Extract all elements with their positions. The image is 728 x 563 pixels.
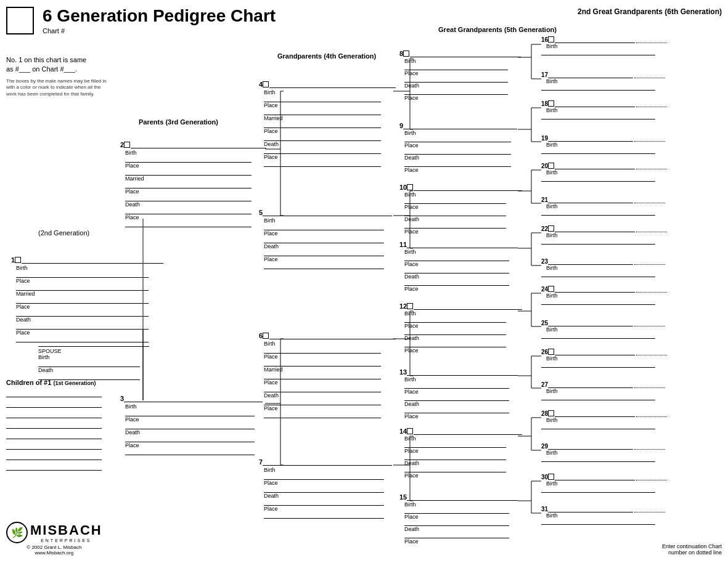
note-text: The boxes by the male names may be fille… (6, 78, 108, 97)
info-block: No. 1 on this chart is same as #___ on C… (6, 55, 108, 97)
person-27: 27 Birth (541, 381, 665, 400)
person-22: 22 Birth (541, 225, 667, 245)
person-2: 2 Birth Place Married Place Death Place (120, 140, 266, 227)
logo-text: MISBACH (30, 522, 102, 538)
person-3: 3 Birth Place Death Place (120, 394, 263, 455)
footer-note: Enter continuation Chart number on dotte… (662, 543, 722, 556)
person-9: 9 Birth Place Death Place (399, 121, 517, 173)
person-29: 29 Birth (541, 442, 665, 462)
logo-copyright: © 2002 Grant L. Misbach (6, 545, 102, 550)
person-10: 10 Birth Place Death Place (399, 183, 522, 235)
person-6: 6 Birth Place Married Place Death Place (259, 331, 396, 418)
logo-area: 🌿 MISBACH ENTERPRISES © 2002 Grant L. Mi… (6, 522, 102, 556)
person-21: 21 Birth (541, 196, 665, 216)
person-8: 8 Birth Place Death Place (399, 49, 521, 101)
person-19: 19 Birth (541, 134, 665, 154)
person-18: 18 Birth (541, 100, 667, 119)
person-31: 31 Birth (541, 505, 665, 525)
gen5-label: Great Grandparents (5th Generation) (438, 26, 557, 33)
gen2-label: (2nd Generation) (38, 229, 89, 237)
no1-text-line2: as #___ on Chart #___. (6, 65, 108, 74)
children-section: Children of #1 (1st Generation) (6, 379, 102, 472)
page-title: 6 Generation Pedigree Chart (43, 6, 276, 26)
person-14: 14 Birth Place Death Place (399, 427, 522, 479)
person-30: 30 Birth (541, 473, 667, 493)
person-12: 12 Birth Place Death Place (399, 302, 522, 354)
gen3-label: Parents (3rd Generation) (139, 118, 218, 126)
person-7: 7 Birth Place Death Place (259, 458, 392, 519)
logo-website: www.Misbach.org (6, 550, 102, 556)
no1-text-line1: No. 1 on this chart is same (6, 55, 108, 65)
chart-box (6, 7, 34, 34)
person-28: 28 Birth (541, 410, 667, 429)
person-23: 23 Birth (541, 257, 665, 277)
person-26: 26 Birth (541, 348, 667, 368)
chart-number: Chart # (43, 27, 276, 34)
person-1: 1 Birth Place Married Place Death Place (11, 256, 163, 342)
person-20: 20 Birth (541, 162, 667, 182)
person-17: 17 Birth (541, 71, 665, 91)
gen6-label: 2nd Great Grandparents (6th Generation) (578, 7, 722, 16)
person-5: 5 Birth Place Death Place (259, 208, 392, 269)
person-16: 16 Birth (541, 36, 667, 55)
gen4-label: Grandparents (4th Generation) (277, 52, 376, 60)
logo-enterprises: ENTERPRISES (30, 538, 102, 543)
person-4: 4 Birth Place Married Place Death Place (259, 80, 396, 167)
person-13: 13 Birth Place Death Place (399, 368, 518, 419)
spouse-section: SPOUSE Birth Death (38, 339, 149, 380)
person-25: 25 Birth (541, 319, 665, 339)
person-11: 11 Birth Place Death Place (399, 240, 518, 292)
person-15: 15 Birth Place Death Place (399, 493, 518, 545)
person-24: 24 Birth (541, 285, 667, 305)
